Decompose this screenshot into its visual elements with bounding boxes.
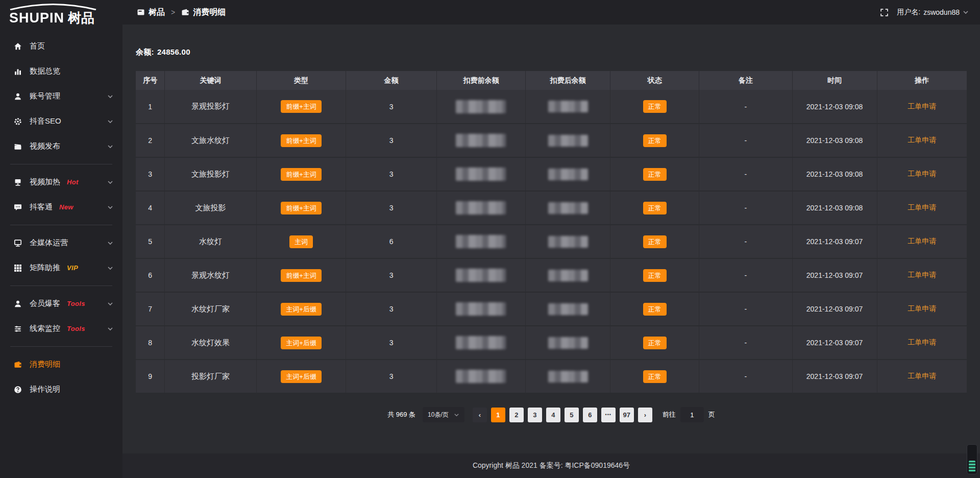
user-menu[interactable]: 用户名: zswodun88: [897, 8, 969, 17]
goto-page-input[interactable]: 1: [680, 407, 704, 422]
pagination-total: 共 969 条: [387, 410, 415, 419]
page-size-select[interactable]: 10条/页: [423, 407, 464, 422]
masked-value: [548, 202, 588, 214]
cell-balance_before: [436, 326, 525, 360]
cell-time: 2021-12-03 09:07: [792, 360, 877, 393]
floating-widget[interactable]: [967, 444, 977, 474]
work-order-link[interactable]: 工单申请: [908, 203, 936, 211]
sidebar-item-wallet[interactable]: 消费明细: [0, 352, 122, 377]
username-value: zswodun88: [923, 8, 960, 16]
page-button-4[interactable]: 4: [546, 408, 560, 422]
work-order-link[interactable]: 工单申请: [908, 170, 936, 178]
cell-action: 工单申请: [877, 225, 967, 258]
sidebar-item-media[interactable]: 全媒体运营: [0, 230, 122, 255]
table-header-row: 序号关键词类型金额扣费前余额扣费后余额状态备注时间操作: [136, 71, 967, 90]
sidebar-item-tag: Tools: [67, 325, 85, 332]
masked-value: [548, 303, 588, 315]
cell-status: 正常: [610, 124, 699, 157]
work-order-link[interactable]: 工单申请: [908, 136, 936, 144]
sidebar-item-gear[interactable]: 抖音SEO: [0, 109, 122, 134]
cell-amount: 3: [346, 191, 436, 225]
page-button-2[interactable]: 2: [509, 408, 524, 422]
work-order-link[interactable]: 工单申请: [908, 304, 936, 313]
cell-balance_before: [436, 191, 525, 225]
column-header-index: 序号: [136, 71, 165, 90]
sidebar-divider: [10, 346, 112, 347]
cell-type: 前缀+主词: [256, 191, 346, 225]
work-order-link[interactable]: 工单申请: [908, 237, 936, 245]
sidebar-item-label: 抖客通: [30, 202, 53, 212]
page-button-6[interactable]: 6: [583, 408, 597, 422]
next-page-button[interactable]: ›: [638, 408, 652, 422]
table-row: 3文旅投影灯前缀+主词3正常-2021-12-03 09:08工单申请: [136, 157, 967, 191]
sidebar-item-chat[interactable]: 抖客通New: [0, 195, 122, 220]
sidebar-item-video[interactable]: 视频发布: [0, 134, 122, 159]
cell-keyword: 水纹灯厂家: [165, 292, 256, 326]
masked-value: [456, 100, 506, 113]
cell-index: 1: [136, 90, 165, 124]
cell-amount: 6: [346, 225, 436, 258]
sidebar-item-question[interactable]: 操作说明: [0, 377, 122, 402]
matrix-icon: [13, 264, 22, 273]
sidebar-item-member[interactable]: 会员爆客Tools: [0, 291, 122, 316]
status-badge: 正常: [643, 303, 667, 316]
sidebar-divider: [10, 225, 112, 225]
page-button-1[interactable]: 1: [491, 408, 505, 422]
prev-page-button[interactable]: ‹: [473, 408, 487, 422]
cell-balance_after: [525, 157, 610, 191]
balance-value: 24856.00: [157, 47, 190, 56]
cell-keyword: 文旅投影: [165, 191, 256, 225]
work-order-link[interactable]: 工单申请: [908, 102, 936, 110]
type-badge: 前缀+主词: [281, 168, 322, 181]
work-order-link[interactable]: 工单申请: [908, 338, 936, 346]
sidebar-divider: [10, 164, 112, 164]
cell-amount: 3: [346, 157, 436, 191]
cell-amount: 3: [346, 124, 436, 157]
table-row: 4文旅投影前缀+主词3正常-2021-12-03 09:08工单申请: [136, 191, 967, 225]
page-button-97[interactable]: 97: [620, 408, 634, 422]
cell-remark: -: [699, 157, 792, 191]
cell-status: 正常: [610, 258, 699, 292]
sidebar-item-label: 视频发布: [30, 141, 60, 151]
masked-value: [456, 336, 506, 349]
type-badge: 主词+后缀: [281, 370, 322, 383]
cell-remark: -: [699, 124, 792, 157]
cell-balance_after: [525, 90, 610, 124]
status-badge: 正常: [643, 168, 667, 181]
type-badge: 前缀+主词: [281, 100, 322, 113]
masked-value: [548, 236, 588, 248]
column-header-remark: 备注: [699, 71, 792, 90]
page-ellipsis-button[interactable]: •••: [601, 408, 616, 422]
masked-value: [456, 201, 506, 214]
goto-page: 前往 1 页: [663, 407, 715, 422]
status-badge: 正常: [643, 235, 667, 248]
sidebar-item-heat[interactable]: 视频加热Hot: [0, 170, 122, 195]
work-order-link[interactable]: 工单申请: [908, 372, 936, 380]
sidebar-item-user[interactable]: 账号管理: [0, 84, 122, 109]
logo-arc: [8, 3, 98, 10]
cell-status: 正常: [610, 157, 699, 191]
breadcrumb-home[interactable]: 树品: [149, 7, 165, 18]
cell-keyword: 景观水纹灯: [165, 258, 256, 292]
sidebar-item-home[interactable]: 首页: [0, 34, 122, 59]
sidebar-item-tag: Hot: [67, 178, 79, 186]
fullscreen-icon[interactable]: [880, 8, 889, 17]
cell-time: 2021-12-03 09:07: [792, 292, 877, 326]
chat-icon: [13, 203, 22, 212]
cell-balance_before: [436, 225, 525, 258]
cell-type: 主词+后缀: [256, 326, 346, 360]
logo-cn-text: 树品: [68, 10, 94, 26]
cell-balance_before: [436, 124, 525, 157]
work-order-link[interactable]: 工单申请: [908, 271, 936, 279]
page-button-3[interactable]: 3: [528, 408, 542, 422]
cell-keyword: 投影灯厂家: [165, 360, 256, 393]
sidebar-item-chart[interactable]: 数据总览: [0, 59, 122, 84]
sidebar-item-matrix[interactable]: 矩阵助推VIP: [0, 255, 122, 280]
sidebar-item-sliders[interactable]: 线索监控Tools: [0, 316, 122, 341]
chevron-down-icon: [107, 326, 113, 332]
widget-stripes: [969, 461, 975, 472]
page-button-5[interactable]: 5: [565, 408, 579, 422]
sidebar-item-label: 账号管理: [30, 91, 60, 101]
cell-index: 5: [136, 225, 165, 258]
sidebar-item-label: 数据总览: [30, 66, 60, 76]
